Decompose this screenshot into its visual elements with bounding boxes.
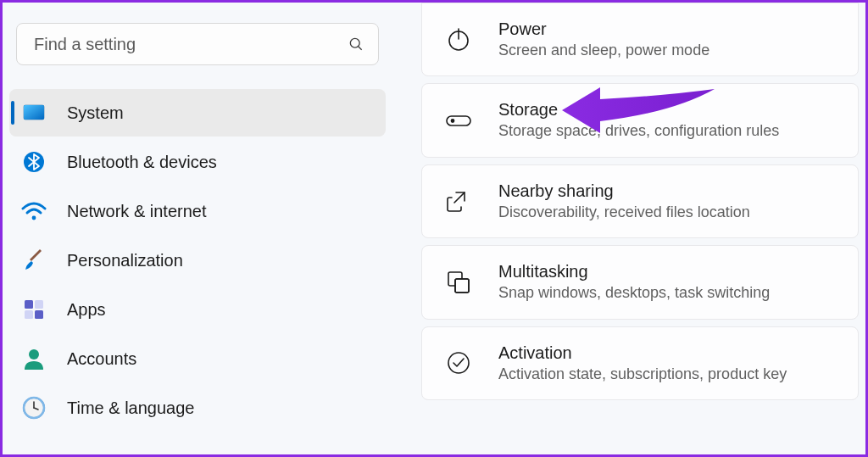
- sidebar-item-label: Accounts: [67, 349, 136, 369]
- activation-icon: [442, 347, 475, 379]
- svg-line-1: [359, 47, 362, 50]
- bluetooth-icon: [21, 149, 47, 175]
- sidebar-item-personalization[interactable]: Personalization: [9, 237, 386, 284]
- sidebar-item-label: Network & internet: [67, 202, 207, 221]
- settings-card-activation[interactable]: Activation Activation state, subscriptio…: [421, 326, 859, 400]
- card-subtitle: Snap windows, desktops, task switching: [498, 283, 770, 303]
- sidebar-item-label: Apps: [67, 300, 106, 320]
- settings-card-storage[interactable]: Storage Storage space, drives, configura…: [421, 83, 859, 157]
- card-title: Multitasking: [498, 261, 770, 281]
- search-icon: [348, 36, 364, 53]
- card-title: Activation: [498, 343, 787, 363]
- nav-list: System Bluetooth & devices Network & int…: [9, 89, 386, 432]
- card-subtitle: Discoverability, received files location: [498, 203, 750, 222]
- sidebar-item-time-language[interactable]: Time & language: [9, 384, 386, 432]
- multitask-icon: [442, 266, 475, 298]
- power-icon: [442, 24, 475, 56]
- sidebar-item-system[interactable]: System: [9, 89, 386, 137]
- svg-rect-8: [25, 310, 33, 319]
- share-icon: [442, 185, 475, 217]
- settings-card-multitasking[interactable]: Multitasking Snap windows, desktops, tas…: [421, 245, 859, 319]
- svg-rect-20: [455, 279, 469, 293]
- clock-icon: [21, 395, 47, 421]
- svg-rect-17: [447, 116, 470, 125]
- settings-card-nearby-sharing[interactable]: Nearby sharing Discoverability, received…: [421, 164, 859, 238]
- search-box[interactable]: [16, 23, 379, 65]
- svg-rect-6: [25, 300, 33, 309]
- apps-icon: [21, 297, 47, 322]
- svg-point-0: [350, 38, 359, 47]
- sidebar-item-label: System: [67, 103, 124, 123]
- svg-rect-7: [35, 300, 43, 309]
- svg-rect-3: [24, 105, 44, 120]
- monitor-icon: [21, 100, 47, 125]
- svg-point-10: [29, 349, 39, 359]
- sidebar-item-apps[interactable]: Apps: [9, 286, 386, 333]
- sidebar: System Bluetooth & devices Network & int…: [3, 3, 401, 454]
- storage-icon: [442, 104, 475, 137]
- sidebar-item-bluetooth[interactable]: Bluetooth & devices: [9, 138, 386, 186]
- card-subtitle: Activation state, subscriptions, product…: [498, 365, 787, 384]
- card-subtitle: Storage space, drives, configuration rul…: [498, 121, 779, 141]
- account-icon: [21, 346, 47, 371]
- svg-point-18: [451, 120, 453, 122]
- card-subtitle: Screen and sleep, power mode: [498, 41, 709, 60]
- wifi-icon: [21, 198, 47, 224]
- settings-card-power[interactable]: Power Screen and sleep, power mode: [421, 3, 859, 76]
- card-title: Nearby sharing: [498, 181, 750, 201]
- brush-icon: [21, 248, 47, 273]
- svg-point-5: [32, 216, 36, 220]
- search-input[interactable]: [34, 35, 348, 54]
- svg-rect-9: [35, 310, 43, 319]
- sidebar-item-label: Personalization: [67, 251, 183, 270]
- sidebar-item-network[interactable]: Network & internet: [9, 187, 386, 235]
- main-panel: Power Screen and sleep, power mode Stora…: [409, 3, 865, 407]
- svg-point-22: [448, 353, 469, 373]
- sidebar-item-label: Time & language: [67, 398, 194, 418]
- sidebar-item-accounts[interactable]: Accounts: [9, 335, 386, 382]
- sidebar-item-label: Bluetooth & devices: [67, 153, 217, 172]
- card-title: Storage: [498, 99, 779, 120]
- card-title: Power: [498, 19, 709, 39]
